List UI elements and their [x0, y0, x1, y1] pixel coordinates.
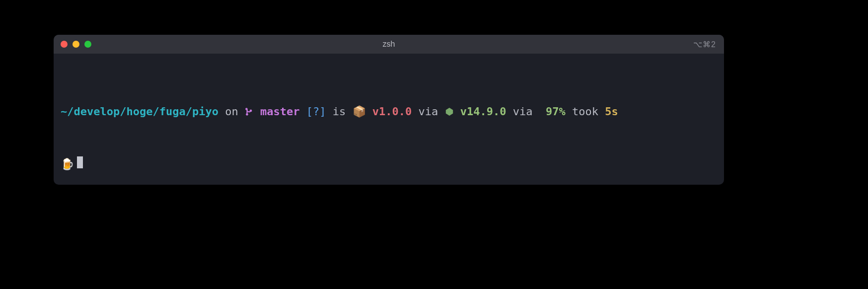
terminal-body[interactable]: ~/develop/hoge/fuga/piyo on master [?] i… — [54, 54, 724, 185]
on-literal: on — [218, 105, 245, 118]
via-literal-1: via — [412, 105, 444, 118]
prompt-symbol: 🍺 — [61, 158, 74, 170]
traffic-lights — [61, 41, 91, 48]
fullscreen-button[interactable] — [84, 41, 91, 48]
took-literal: took — [566, 105, 605, 118]
git-branch-icon — [245, 105, 254, 118]
package-icon: 📦 — [353, 105, 366, 118]
prompt-line-2: 🍺 — [61, 155, 717, 173]
window-title: zsh — [54, 40, 724, 49]
terminal-window: zsh ⌥⌘2 ~/develop/hoge/fuga/piyo on mast… — [54, 35, 724, 185]
cwd-segment: ~/develop/hoge/fuga/piyo — [61, 105, 218, 118]
close-button[interactable] — [61, 41, 68, 48]
prompt-line-1: ~/develop/hoge/fuga/piyo on master [?] i… — [61, 103, 717, 121]
node-version: v14.9.0 — [454, 105, 506, 118]
terminal-cursor — [77, 156, 83, 168]
hotkey-hint: ⌥⌘2 — [693, 40, 716, 49]
minimize-button[interactable] — [72, 41, 79, 48]
window-titlebar: zsh ⌥⌘2 — [54, 35, 724, 54]
is-literal: is — [326, 105, 353, 118]
git-branch: master — [254, 105, 300, 118]
git-status: [?] — [300, 105, 326, 118]
node-icon — [445, 104, 454, 121]
duration: 5s — [605, 105, 618, 118]
battery-percent: 97% — [546, 105, 566, 118]
package-version: v1.0.0 — [366, 105, 412, 118]
via-literal-2: via — [506, 105, 545, 118]
svg-marker-0 — [445, 108, 452, 116]
